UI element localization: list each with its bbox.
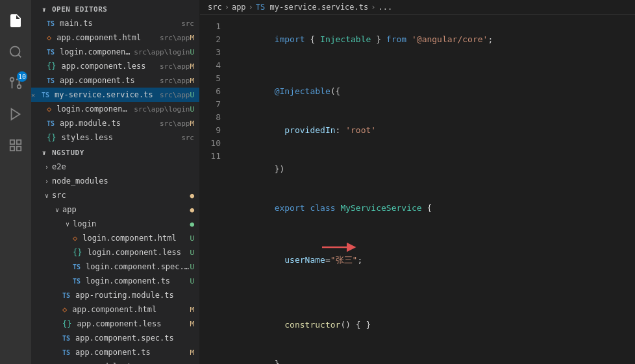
- badge-m: M: [190, 320, 194, 328]
- folder-name: login: [73, 219, 96, 228]
- tree-app[interactable]: ∨ app ●: [31, 202, 199, 217]
- svg-point-3: [10, 78, 14, 82]
- badge-m: M: [190, 348, 194, 357]
- svg-point-0: [10, 47, 20, 56]
- extensions-icon[interactable]: [0, 130, 31, 161]
- file-path: src\app: [160, 34, 190, 42]
- ts-icon: TS: [47, 20, 55, 27]
- editor-area: src › app › TS my-service.service.ts › .…: [200, 0, 635, 364]
- tree-app-module-ts[interactable]: TS app.module.ts M: [31, 359, 199, 364]
- file-name: app.component.less: [77, 319, 190, 328]
- badge-u: U: [190, 105, 194, 114]
- search-icon[interactable]: [0, 36, 31, 67]
- code-editor[interactable]: 1 2 3 4 5 6 7 8 9 10 11 import { Injecta…: [200, 15, 635, 364]
- code-line-7: [231, 228, 635, 241]
- line-numbers: 1 2 3 4 5 6 7 8 9 10 11: [200, 20, 231, 359]
- tree-app-component-spec-ts[interactable]: TS app.component.spec.ts: [31, 331, 199, 345]
- sidebar-scroll[interactable]: ∨ OPEN EDITORS TS main.ts src ◇ app.comp…: [31, 0, 199, 364]
- html-icon: ◇: [62, 305, 67, 314]
- login-dot: ●: [190, 220, 194, 228]
- sidebar: ∨ OPEN EDITORS TS main.ts src ◇ app.comp…: [31, 0, 200, 364]
- file-path: src\app\login: [134, 48, 190, 56]
- ts-icon: TS: [62, 292, 70, 299]
- svg-rect-9: [10, 147, 14, 151]
- open-editor-login-component-html[interactable]: ◇ login.component.html src\app\login U: [31, 102, 199, 116]
- file-name: login.component.less: [87, 248, 190, 257]
- tree-app-component-less[interactable]: {} app.component.less M: [31, 317, 199, 331]
- tree-e2e[interactable]: › e2e: [31, 160, 199, 174]
- file-name: login.component.ts: [60, 47, 131, 56]
- code-line-9: constructor() { }: [231, 306, 635, 345]
- arrow-annotation: [316, 238, 367, 256]
- code-line-1: import { Injectable } from '@angular/cor…: [231, 20, 635, 59]
- tree-node-modules[interactable]: › node_modules: [31, 174, 199, 188]
- login-chevron: ∨: [62, 221, 73, 228]
- tree-app-routing-module-ts[interactable]: TS app-routing.module.ts: [31, 288, 199, 302]
- less-icon: {}: [47, 62, 56, 71]
- ts-icon: TS: [47, 77, 55, 84]
- open-editor-app-module-ts[interactable]: TS app.module.ts src\app M: [31, 116, 199, 130]
- breadcrumb-file: TS my-service.service.ts: [256, 3, 368, 12]
- less-icon: {}: [62, 319, 71, 328]
- open-editor-app-component-less[interactable]: {} app.component.less src\app M: [31, 59, 199, 73]
- files-icon[interactable]: [0, 5, 31, 36]
- svg-rect-8: [17, 147, 21, 151]
- open-editor-my-service-ts[interactable]: ✕ TS my-service.service.ts src\app U: [31, 88, 199, 102]
- tree-login-component-less[interactable]: {} login.component.less U: [31, 245, 199, 260]
- ngstudy-header[interactable]: ∨ NGSTUDY: [31, 145, 199, 160]
- file-name: app.component.less: [61, 62, 157, 71]
- file-name: app.component.spec.ts: [75, 334, 194, 343]
- file-path: src\app: [160, 119, 190, 128]
- open-editors-header[interactable]: ∨ OPEN EDITORS: [31, 0, 199, 16]
- badge-m: M: [190, 119, 194, 128]
- file-path: src: [181, 19, 194, 28]
- file-name: app-routing.module.ts: [75, 291, 194, 300]
- html-icon: ◇: [47, 104, 51, 114]
- file-path: src\app: [160, 77, 190, 85]
- open-editor-styles-less[interactable]: {} styles.less src: [31, 130, 199, 145]
- run-icon[interactable]: [0, 99, 31, 130]
- file-name: styles.less: [61, 133, 179, 142]
- tree-login-component-ts[interactable]: TS login.component.ts U: [31, 274, 199, 288]
- source-control-badge: 10: [17, 71, 27, 82]
- tree-app-component-ts[interactable]: TS app.component.ts M: [31, 345, 199, 359]
- open-editor-app-component-html[interactable]: ◇ app.component.html src\app M: [31, 30, 199, 45]
- open-editor-login-component-ts[interactable]: TS login.component.ts src\app\login U: [31, 45, 199, 59]
- open-editor-main-ts[interactable]: TS main.ts src: [31, 16, 199, 30]
- code-line-8: userName="张三";: [231, 241, 635, 306]
- file-name: app.module.ts: [60, 119, 157, 128]
- html-icon: ◇: [47, 33, 51, 42]
- source-control-icon[interactable]: 10: [0, 67, 31, 99]
- breadcrumb-more: ...: [378, 3, 392, 12]
- open-editors-chevron: ∨: [39, 6, 49, 13]
- folder-name: node_modules: [52, 176, 108, 186]
- file-name: login.component.ts: [86, 276, 190, 285]
- tree-login-component-html[interactable]: ◇ login.component.html U: [31, 231, 199, 245]
- code-line-5: }): [231, 150, 635, 189]
- svg-marker-5: [12, 109, 20, 120]
- activity-bar: 10: [0, 0, 31, 364]
- code-line-4: providedIn: 'root': [231, 111, 635, 150]
- tree-src[interactable]: ∨ src ●: [31, 188, 199, 202]
- ts-icon: TS: [73, 263, 81, 271]
- src-dot: ●: [190, 191, 194, 200]
- file-name: app.component.ts: [75, 348, 190, 357]
- app-chevron: ∨: [52, 206, 62, 213]
- tree-login[interactable]: ∨ login ●: [31, 217, 199, 231]
- file-name: app.component.html: [72, 305, 190, 314]
- tree-login-component-spec-ts[interactable]: TS login.component.spec.ts U: [31, 260, 199, 274]
- tree-app-component-html[interactable]: ◇ app.component.html M: [31, 302, 199, 317]
- file-name: app.component.html: [56, 33, 157, 42]
- ts-icon: TS: [42, 91, 49, 99]
- code-line-10: }: [231, 345, 635, 364]
- ts-icon: TS: [73, 278, 81, 285]
- ts-icon: TS: [62, 335, 70, 342]
- folder-name: e2e: [52, 162, 66, 171]
- app-dot: ●: [190, 206, 194, 214]
- less-icon: {}: [47, 133, 56, 142]
- open-editor-app-component-ts[interactable]: TS app.component.ts src\app M: [31, 73, 199, 88]
- badge-m: M: [190, 34, 194, 42]
- html-icon: ◇: [73, 234, 77, 243]
- svg-rect-7: [17, 140, 21, 144]
- folder-name: src: [52, 191, 66, 200]
